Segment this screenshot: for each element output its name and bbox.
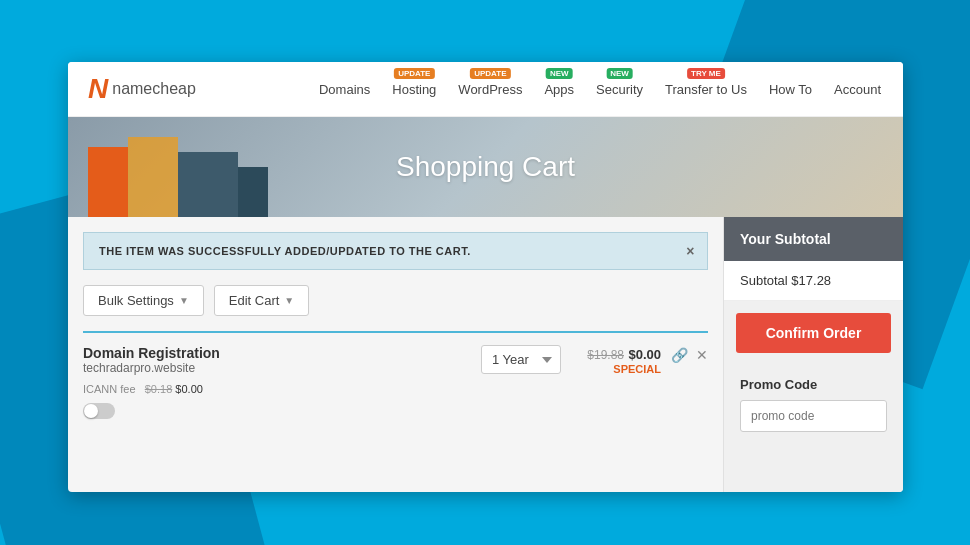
table-row: Domain Registration techradarpro.website… bbox=[83, 345, 708, 419]
logo[interactable]: N namecheap bbox=[88, 73, 196, 105]
confirm-order-button[interactable]: Confirm Order bbox=[736, 313, 891, 353]
page-title: Shopping Cart bbox=[396, 151, 575, 183]
nav-item-hosting[interactable]: UPDATE Hosting bbox=[390, 82, 438, 97]
logo-icon: N bbox=[88, 73, 108, 105]
nav-links: Domains UPDATE Hosting UPDATE WordPress … bbox=[226, 82, 883, 97]
bulk-settings-button[interactable]: Bulk Settings ▼ bbox=[83, 285, 204, 316]
promo-label: Promo Code bbox=[740, 377, 887, 392]
security-badge: NEW bbox=[606, 68, 633, 79]
success-alert: THE ITEM WAS SUCCESSFULLY ADDED/UPDATED … bbox=[83, 232, 708, 270]
item-icann: ICANN fee $0.18 $0.00 bbox=[83, 383, 471, 395]
alert-close-button[interactable]: × bbox=[686, 243, 695, 259]
nav-item-domains[interactable]: Domains bbox=[317, 82, 372, 97]
right-panel: Your Subtotal Subtotal $17.28 Confirm Or… bbox=[723, 217, 903, 492]
subtotal-header: Your Subtotal bbox=[724, 217, 903, 261]
toggle-knob bbox=[84, 404, 98, 418]
link-icon[interactable]: 🔗 bbox=[671, 347, 688, 363]
edit-cart-button[interactable]: Edit Cart ▼ bbox=[214, 285, 309, 316]
price-original: $19.88 bbox=[587, 348, 624, 362]
promo-code-input[interactable] bbox=[740, 400, 887, 432]
nav-item-transfer[interactable]: TRY ME Transfer to Us bbox=[663, 82, 749, 97]
city-building-1 bbox=[88, 147, 128, 217]
icann-label: ICANN fee bbox=[83, 383, 136, 395]
item-actions: 🔗 ✕ bbox=[671, 345, 708, 363]
icann-original: $0.18 bbox=[145, 383, 173, 395]
item-name: Domain Registration bbox=[83, 345, 471, 361]
chevron-down-icon: ▼ bbox=[284, 295, 294, 306]
transfer-badge: TRY ME bbox=[687, 68, 725, 79]
price-current: $0.00 bbox=[628, 347, 661, 362]
subtotal-label: Subtotal bbox=[740, 273, 788, 288]
city-building-4 bbox=[238, 167, 268, 217]
city-building-3 bbox=[178, 152, 238, 217]
alert-message: THE ITEM WAS SUCCESSFULLY ADDED/UPDATED … bbox=[99, 245, 471, 257]
toolbar: Bulk Settings ▼ Edit Cart ▼ bbox=[83, 285, 708, 316]
city-building-2 bbox=[128, 137, 178, 217]
hosting-badge: UPDATE bbox=[394, 68, 434, 79]
subtotal-value: Subtotal $17.28 bbox=[724, 261, 903, 301]
item-info: Domain Registration techradarpro.website… bbox=[83, 345, 471, 419]
price-badge: SPECIAL bbox=[571, 363, 661, 375]
wordpress-badge: UPDATE bbox=[470, 68, 510, 79]
main-card: N namecheap Domains UPDATE Hosting UPDAT… bbox=[68, 62, 903, 492]
toggle-area bbox=[83, 403, 471, 419]
content-area: THE ITEM WAS SUCCESSFULLY ADDED/UPDATED … bbox=[68, 217, 903, 492]
nav-item-wordpress[interactable]: UPDATE WordPress bbox=[456, 82, 524, 97]
nav-item-account[interactable]: Account bbox=[832, 82, 883, 97]
delete-icon[interactable]: ✕ bbox=[696, 347, 708, 363]
year-select[interactable]: 1 Year 2 Years 3 Years bbox=[481, 345, 561, 374]
subtotal-amount: $17.28 bbox=[791, 273, 831, 288]
hero-banner: Shopping Cart bbox=[68, 117, 903, 217]
nav-bar: N namecheap Domains UPDATE Hosting UPDAT… bbox=[68, 62, 903, 117]
nav-item-security[interactable]: NEW Security bbox=[594, 82, 645, 97]
apps-badge: NEW bbox=[546, 68, 573, 79]
item-domain: techradarpro.website bbox=[83, 361, 471, 375]
chevron-down-icon: ▼ bbox=[179, 295, 189, 306]
cart-divider bbox=[83, 331, 708, 333]
promo-section: Promo Code bbox=[724, 365, 903, 444]
item-duration: 1 Year 2 Years 3 Years bbox=[481, 345, 561, 374]
nav-item-howto[interactable]: How To bbox=[767, 82, 814, 97]
nav-item-apps[interactable]: NEW Apps bbox=[542, 82, 576, 97]
logo-text: namecheap bbox=[112, 80, 196, 98]
item-price: $19.88 $0.00 SPECIAL bbox=[571, 345, 661, 375]
left-panel: THE ITEM WAS SUCCESSFULLY ADDED/UPDATED … bbox=[68, 217, 723, 492]
toggle-switch[interactable] bbox=[83, 403, 115, 419]
icann-current: $0.00 bbox=[175, 383, 203, 395]
